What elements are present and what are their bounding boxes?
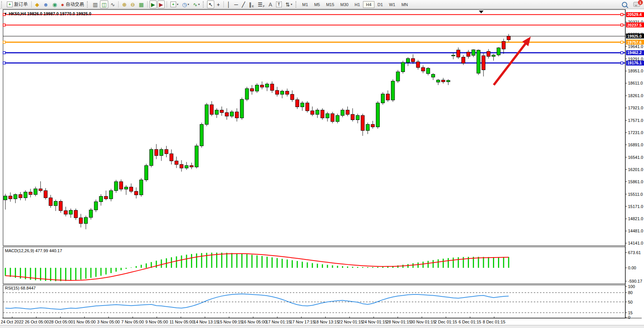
fibonacci-icon-sub: F — [263, 5, 265, 8]
main-panel[interactable] — [3, 10, 625, 246]
hline-handle[interactable] — [3, 62, 5, 64]
auto-scroll-icon: ▶ — [151, 2, 155, 7]
autotrading-icon: ● — [61, 2, 64, 7]
macd-panel[interactable] — [3, 247, 625, 284]
time-tick-label: 24 Oct 2022 — [1, 320, 24, 324]
market-watch-button[interactable]: ◆ — [34, 0, 41, 8]
indicators-button[interactable]: ∿▾ — [191, 0, 201, 8]
toolbar-separator — [223, 1, 224, 8]
timeframe-h1[interactable]: H1 — [352, 1, 363, 8]
arrows-button[interactable]: ⇅▾ — [284, 0, 294, 8]
time-tick-label: 18 Nov 13:15 — [314, 320, 339, 324]
line-chart-button[interactable]: ∿ — [109, 0, 117, 8]
equidistant-channel-button[interactable]: ∥E — [247, 0, 255, 8]
bar-chart-button[interactable]: ▥ — [91, 0, 99, 8]
autotrading-button[interactable]: ●自动交易 — [59, 0, 85, 8]
navigator-icon: ☻ — [43, 2, 49, 7]
new-order-button[interactable]: +新订单 — [5, 0, 29, 8]
arrows-icon: ⇅ — [286, 2, 290, 7]
price-tick-label: 18951.0 — [628, 69, 643, 73]
time-tick-label: 8 Dec 01:15 — [483, 320, 505, 324]
price-axis[interactable] — [625, 10, 644, 318]
zoom-in-button[interactable]: ⊕ — [120, 0, 128, 8]
chat-icon[interactable]: 1 — [633, 2, 640, 7]
time-tick-label: 17 Nov 17:15 — [290, 320, 315, 324]
auto-scroll-button[interactable]: ▶ — [149, 0, 157, 8]
candlestick-chart-button[interactable]: ◫ — [100, 0, 108, 8]
hline-handle[interactable] — [3, 51, 5, 54]
fibonacci-button[interactable]: ☰F — [256, 0, 266, 8]
timeframe-m1[interactable]: M1 — [299, 1, 311, 8]
toolbar-separator — [118, 1, 119, 8]
time-tick-label: 30 Nov 01:15 — [410, 320, 435, 324]
chart-shift-button[interactable]: ▶ — [157, 0, 165, 8]
toolbar-grip[interactable] — [296, 1, 298, 8]
price-tick-label: 15171.0 — [628, 204, 643, 209]
autotrading-button-label: 自动交易 — [66, 1, 84, 8]
crosshair-button[interactable]: + — [215, 0, 221, 8]
toolbar-grip[interactable] — [203, 1, 205, 8]
price-tick-label: 16541.0 — [628, 155, 643, 160]
time-tick-label: 15 Nov 09:15 — [218, 320, 243, 324]
toolbar-separator — [31, 1, 32, 8]
zoom-out-icon: ⊖ — [130, 2, 135, 7]
price-tick-label: 19291.0 — [628, 57, 643, 61]
signals-button[interactable]: ◉ — [51, 0, 59, 8]
hline-handle[interactable] — [621, 13, 623, 16]
price-tick-label: 17571.0 — [628, 118, 643, 123]
price-tick-label: 19981.0 — [628, 32, 643, 37]
search-icon[interactable] — [622, 2, 627, 7]
dropdown-caret-icon: ▾ — [188, 3, 189, 6]
timeframe-m30[interactable]: M30 — [337, 1, 352, 8]
rsi-panel[interactable] — [3, 285, 625, 318]
price-tick-label: 19641.0 — [628, 44, 643, 49]
main-toolbar: +新订单◆☻◉●自动交易▥◫∿⊕⊖▦▶▶+▾◷▾∿▾↖+│─╱∥E☰FAT⇅▾M… — [0, 0, 644, 9]
tile-windows-button[interactable]: ▦ — [137, 0, 145, 8]
timeframe-w1[interactable]: W1 — [386, 1, 398, 8]
time-tick-label: 7 Nov 05:00 — [121, 320, 144, 324]
macd-tick-label: 0.00 — [628, 266, 636, 270]
price-tick-label: 17921.0 — [628, 106, 643, 110]
price-tick-label: 15511.0 — [628, 192, 643, 197]
hline-handle[interactable] — [621, 51, 623, 54]
vertical-line-button[interactable]: │ — [226, 0, 232, 8]
text-icon: A — [269, 2, 272, 7]
timeframe-d1[interactable]: D1 — [374, 1, 386, 8]
timeframe-m15[interactable]: M15 — [323, 1, 337, 8]
price-tick-label: 14481.0 — [628, 229, 643, 233]
time-tick-label: 22 Nov 01:15 — [338, 320, 363, 324]
text-button[interactable]: A — [267, 0, 274, 8]
hline-handle[interactable] — [3, 13, 5, 16]
trendline-button[interactable]: ╱ — [240, 0, 246, 8]
hline-handle[interactable] — [621, 41, 623, 43]
new-chart-button[interactable]: +▾ — [169, 0, 180, 8]
dropdown-caret-icon: ▾ — [198, 3, 200, 6]
fibonacci-icon: ☰ — [258, 2, 263, 7]
new-order-icon: + — [7, 2, 13, 7]
hline-handle[interactable] — [621, 24, 623, 26]
zoom-out-button[interactable]: ⊖ — [129, 0, 137, 8]
timeframe-h4[interactable]: H4 — [363, 1, 374, 8]
profiles-button[interactable]: ◷▾ — [181, 0, 191, 8]
price-tick-label: 20321.0 — [628, 20, 643, 24]
timeframe-m5[interactable]: M5 — [311, 1, 323, 8]
rsi-tick-label: 50 — [628, 300, 633, 304]
cursor-button[interactable]: ↖ — [207, 0, 215, 8]
hline-handle[interactable] — [621, 62, 623, 64]
horizontal-line-button[interactable]: ─ — [233, 0, 239, 8]
time-tick-label: 6 Dec 01:15 — [459, 320, 481, 324]
timeframe-mn[interactable]: MN — [398, 1, 411, 8]
toolbar-grip[interactable] — [87, 1, 89, 8]
channel-icon-sub: E — [252, 5, 254, 8]
toolbar-separator — [167, 1, 167, 8]
chart-canvas[interactable]: 20321.019981.019641.019291.018951.018611… — [0, 0, 644, 328]
zoom-in-icon: ⊕ — [122, 2, 127, 7]
navigator-button[interactable]: ☻ — [42, 0, 50, 8]
price-tick-label: 18611.0 — [628, 81, 643, 85]
price-tick-label: 15861.0 — [628, 179, 643, 184]
toolbar-grip[interactable] — [1, 1, 3, 8]
hline-handle[interactable] — [3, 24, 5, 26]
hline-handle[interactable] — [3, 41, 5, 43]
time-tick-label: 3 Nov 05:00 — [97, 320, 120, 324]
text-label-button[interactable]: T — [275, 0, 283, 8]
